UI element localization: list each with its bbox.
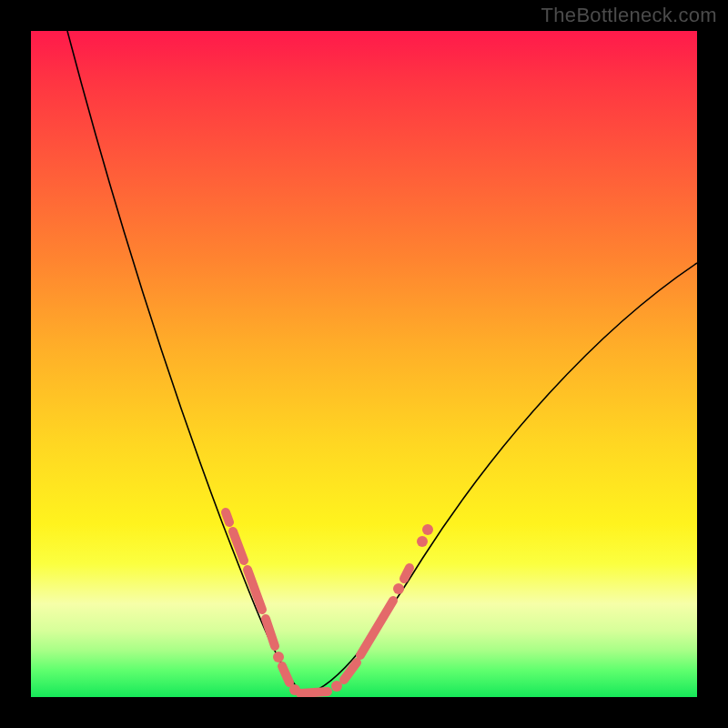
marker-dot bbox=[422, 524, 433, 535]
left-curve bbox=[67, 31, 304, 695]
marker-dot bbox=[417, 536, 428, 547]
marker-dot bbox=[393, 583, 404, 594]
marker-seg bbox=[360, 601, 393, 655]
watermark-text: TheBottleneck.com bbox=[541, 4, 717, 27]
marker-seg bbox=[282, 666, 289, 682]
marker-seg bbox=[226, 512, 229, 522]
marker-dot bbox=[273, 652, 284, 662]
marker-seg bbox=[248, 570, 262, 610]
marker-seg bbox=[344, 662, 357, 680]
right-curve bbox=[304, 263, 697, 695]
curve-layer bbox=[31, 31, 697, 697]
marker-seg bbox=[266, 619, 275, 646]
marker-seg bbox=[300, 692, 328, 693]
chart-frame: TheBottleneck.com bbox=[0, 0, 728, 728]
marker-seg bbox=[404, 568, 410, 579]
plot-area bbox=[31, 31, 697, 697]
